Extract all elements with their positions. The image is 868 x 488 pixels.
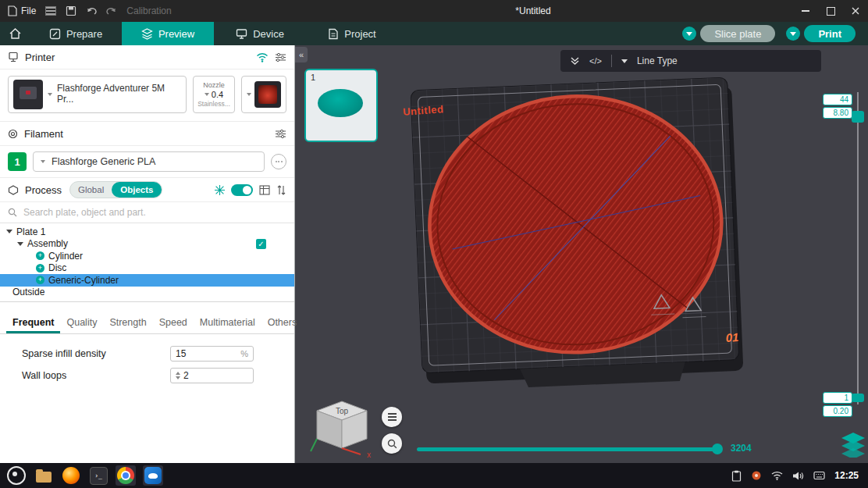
tree-item-disc[interactable]: + Disc xyxy=(0,262,294,275)
advanced-mode-icon[interactable] xyxy=(215,185,225,195)
printer-model-select[interactable]: Flashforge Adventurer 5M Pr... xyxy=(8,76,187,113)
slice-plate-button[interactable]: Slice plate xyxy=(700,25,775,42)
network-wifi-icon[interactable] xyxy=(771,471,783,480)
wall-loops-stepper[interactable] xyxy=(176,372,180,379)
line-type-chevron-icon xyxy=(621,59,628,63)
slicer-app-task[interactable] xyxy=(143,465,163,486)
tree-label: Assembly xyxy=(27,238,68,249)
printer-section-title: Printer xyxy=(25,52,55,63)
filament-settings-icon[interactable] xyxy=(275,129,286,139)
process-section-header: Process Global Objects xyxy=(0,178,294,202)
toggle-global[interactable]: Global xyxy=(70,185,112,194)
tree-item-outside[interactable]: Outside xyxy=(0,287,294,299)
tree-label: Cylinder xyxy=(48,251,83,262)
layer-top-height: 8.80 xyxy=(823,107,852,119)
advanced-toggle[interactable] xyxy=(231,184,253,196)
line-type-dropdown[interactable]: Line Type xyxy=(637,55,678,66)
wall-loops-input[interactable] xyxy=(170,368,254,383)
step-slider-track[interactable] xyxy=(417,447,721,451)
filament-name: Flashforge Generic PLA xyxy=(52,156,155,167)
notification-icon[interactable] xyxy=(751,470,762,481)
clock[interactable]: 12:25 xyxy=(834,470,859,481)
filament-sync-icon[interactable] xyxy=(271,154,286,169)
prepare-icon xyxy=(49,28,61,40)
filament-slot-badge[interactable]: 1 xyxy=(8,152,27,171)
panel-menu-icon[interactable] xyxy=(45,6,56,16)
chrome-launcher[interactable] xyxy=(116,465,136,486)
nozzle-select[interactable]: Nozzle 0.4 Stainless... xyxy=(193,76,235,113)
filament-icon xyxy=(8,129,18,139)
system-taskbar: ›_ 12:25 xyxy=(0,463,868,488)
step-slider-handle[interactable] xyxy=(712,443,723,454)
zoom-button[interactable] xyxy=(382,433,402,454)
compare-presets-icon[interactable] xyxy=(276,185,286,195)
clipboard-icon[interactable] xyxy=(731,470,742,482)
firefox-launcher[interactable] xyxy=(61,465,81,486)
preview-toolbar: </> Line Type xyxy=(560,50,821,72)
toggle-objects[interactable]: Objects xyxy=(112,182,162,198)
tab-home[interactable] xyxy=(0,22,30,45)
minimize-button[interactable] xyxy=(793,0,818,22)
view-menu-button[interactable] xyxy=(382,407,402,427)
save-icon[interactable] xyxy=(66,5,76,16)
search-input[interactable] xyxy=(22,206,286,219)
tab-multimaterial[interactable]: Multimaterial xyxy=(194,317,261,333)
tab-strength[interactable]: Strength xyxy=(103,317,152,333)
sparse-infill-value[interactable] xyxy=(176,348,237,359)
tree-item-generic-cylinder[interactable]: + Generic-Cylinder xyxy=(0,274,294,287)
wall-loops-value[interactable] xyxy=(183,370,248,381)
printer-model-name: Flashforge Adventurer 5M Pr... xyxy=(57,84,181,105)
printer-settings-icon[interactable] xyxy=(275,52,286,62)
settings-sidebar: Printer Flashforge Adventurer 5M Pr... N… xyxy=(0,45,295,463)
search-icon xyxy=(8,208,17,217)
preview-icon xyxy=(141,28,153,40)
redo-icon[interactable] xyxy=(106,5,117,16)
tab-project[interactable]: Project xyxy=(306,22,398,45)
print-button[interactable]: Print xyxy=(804,25,856,42)
gcode-icon[interactable]: </> xyxy=(589,56,602,66)
plate-thumbnail-card[interactable]: 1 xyxy=(304,69,378,142)
layers-view-icon[interactable] xyxy=(840,431,866,458)
print-dropdown-button[interactable] xyxy=(786,27,800,41)
file-manager-launcher[interactable] xyxy=(34,465,54,486)
orientation-gizmo[interactable]: Top x xyxy=(306,390,376,459)
file-menu[interactable]: File xyxy=(8,5,36,16)
tab-others[interactable]: Others xyxy=(261,317,304,333)
wifi-icon[interactable] xyxy=(256,52,269,62)
gizmo-top-label: Top xyxy=(336,407,349,415)
filament-select[interactable]: Flashforge Generic PLA xyxy=(33,151,265,172)
sparse-infill-input[interactable]: % xyxy=(170,346,254,362)
sidebar-collapse-handle[interactable]: « xyxy=(295,47,308,62)
tree-item-assembly[interactable]: Assembly xyxy=(0,238,294,251)
tab-device[interactable]: Device xyxy=(214,22,306,45)
terminal-launcher[interactable]: ›_ xyxy=(88,465,108,486)
expander-icon[interactable] xyxy=(17,242,23,246)
parameter-table-icon[interactable] xyxy=(259,185,270,195)
collapse-toolbar-icon[interactable] xyxy=(570,56,580,66)
app-menu-button[interactable] xyxy=(6,465,27,486)
volume-icon[interactable] xyxy=(792,471,804,481)
undo-icon[interactable] xyxy=(86,5,97,16)
bed-type-select[interactable] xyxy=(241,76,286,113)
object-icon: + xyxy=(36,264,44,272)
assembly-visibility-checkbox[interactable]: ✓ xyxy=(256,239,266,249)
tab-speed[interactable]: Speed xyxy=(153,317,194,333)
tree-item-plate[interactable]: Plate 1 xyxy=(0,226,294,238)
tab-frequent[interactable]: Frequent xyxy=(6,317,60,333)
tab-preview[interactable]: Preview xyxy=(122,22,214,45)
tree-item-cylinder[interactable]: + Cylinder xyxy=(0,250,294,262)
close-button[interactable] xyxy=(843,0,868,22)
tab-quality[interactable]: Quality xyxy=(60,317,103,333)
print-split-button: Print xyxy=(786,25,856,42)
calibration-menu[interactable]: Calibration xyxy=(126,5,171,16)
keyboard-icon[interactable] xyxy=(813,471,825,480)
slice-dropdown-button[interactable] xyxy=(682,27,696,41)
expander-icon[interactable] xyxy=(6,230,12,233)
layer-slider-bottom-handle[interactable] xyxy=(852,394,864,402)
preview-viewport[interactable]: 01 « 1 </> Line Type Untitled 44 8.80 1 … xyxy=(295,45,868,463)
maximize-button[interactable] xyxy=(818,0,843,22)
tab-prepare[interactable]: Prepare xyxy=(30,22,122,45)
layer-slider-top-handle[interactable] xyxy=(852,111,864,123)
layer-slider-track[interactable] xyxy=(857,92,859,404)
printer-select-chevron-icon xyxy=(48,93,52,96)
